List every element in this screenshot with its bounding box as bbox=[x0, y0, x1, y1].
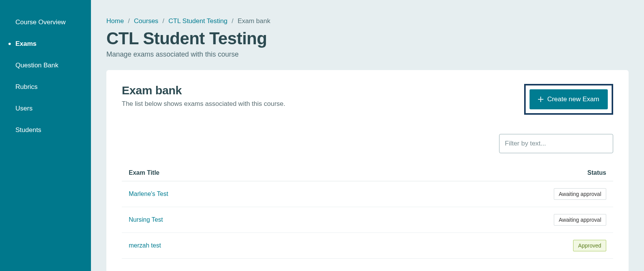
breadcrumb-courses[interactable]: Courses bbox=[134, 17, 158, 25]
sidebar-item-label: Question Bank bbox=[15, 62, 59, 69]
status-badge: Approved bbox=[573, 240, 606, 251]
table-row: Nursing Test Awaiting approval bbox=[122, 207, 613, 233]
table-row: merzah test Approved bbox=[122, 233, 613, 259]
exam-bank-card: Exam bank The list below shows exams ass… bbox=[106, 70, 629, 271]
sidebar-item-label: Course Overview bbox=[15, 18, 66, 26]
breadcrumb-separator: / bbox=[128, 17, 130, 25]
card-subtitle: The list below shows exams associated wi… bbox=[122, 100, 524, 108]
sidebar: Course Overview Exams Question Bank Rubr… bbox=[0, 0, 91, 271]
status-badge: Awaiting approval bbox=[554, 214, 606, 226]
column-header-status: Status bbox=[529, 169, 606, 176]
card-header: Exam bank The list below shows exams ass… bbox=[122, 84, 613, 115]
create-new-exam-button[interactable]: Create new Exam bbox=[530, 89, 608, 109]
create-button-highlight: Create new Exam bbox=[524, 84, 613, 115]
exam-link[interactable]: Nursing Test bbox=[129, 216, 163, 223]
card-header-text: Exam bank The list below shows exams ass… bbox=[122, 84, 524, 108]
card-title: Exam bank bbox=[122, 84, 524, 97]
main-content: Home / Courses / CTL Student Testing / E… bbox=[91, 0, 644, 271]
sidebar-item-question-bank[interactable]: Question Bank bbox=[0, 55, 91, 76]
sidebar-item-label: Exams bbox=[15, 40, 37, 47]
breadcrumb: Home / Courses / CTL Student Testing / E… bbox=[106, 17, 629, 25]
status-badge: Awaiting approval bbox=[554, 188, 606, 200]
breadcrumb-current: Exam bank bbox=[237, 17, 270, 25]
page-title: CTL Student Testing bbox=[106, 29, 629, 48]
sidebar-item-students[interactable]: Students bbox=[0, 119, 91, 141]
exams-table: Exam Title Status Marlene's Test Awaitin… bbox=[122, 165, 613, 259]
breadcrumb-course[interactable]: CTL Student Testing bbox=[168, 17, 227, 25]
sidebar-item-label: Rubrics bbox=[15, 83, 38, 90]
sidebar-item-users[interactable]: Users bbox=[0, 98, 91, 119]
breadcrumb-home[interactable]: Home bbox=[106, 17, 124, 25]
sidebar-item-rubrics[interactable]: Rubrics bbox=[0, 76, 91, 98]
sidebar-item-label: Students bbox=[15, 126, 41, 134]
table-row: Marlene's Test Awaiting approval bbox=[122, 181, 613, 207]
page-subtitle: Manage exams associated with this course bbox=[106, 50, 629, 59]
column-header-title: Exam Title bbox=[129, 169, 529, 176]
exam-link[interactable]: merzah test bbox=[129, 242, 161, 249]
breadcrumb-separator: / bbox=[232, 17, 234, 25]
exam-link[interactable]: Marlene's Test bbox=[129, 191, 168, 197]
sidebar-item-exams[interactable]: Exams bbox=[0, 33, 91, 55]
create-button-label: Create new Exam bbox=[547, 95, 599, 103]
sidebar-item-course-overview[interactable]: Course Overview bbox=[0, 12, 91, 33]
filter-input[interactable] bbox=[499, 134, 613, 153]
breadcrumb-separator: / bbox=[163, 17, 165, 25]
sidebar-item-label: Users bbox=[15, 105, 32, 112]
plus-icon bbox=[538, 97, 543, 102]
table-header: Exam Title Status bbox=[122, 165, 613, 181]
filter-row bbox=[122, 134, 613, 153]
